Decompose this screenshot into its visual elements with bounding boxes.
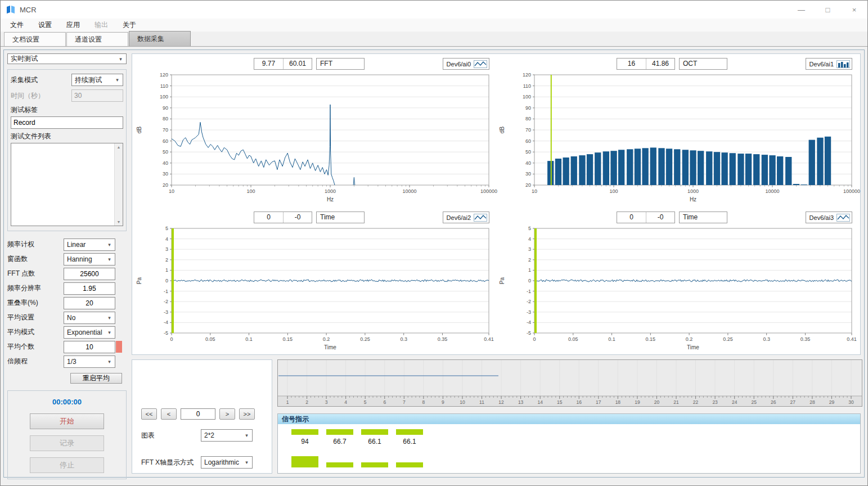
svg-text:16: 16: [577, 399, 582, 405]
cursor-x-value: 9.77: [254, 58, 283, 69]
maximize-button[interactable]: □: [815, 1, 841, 19]
menu-item-4[interactable]: 关于: [115, 19, 143, 31]
last-page-button[interactable]: >>: [239, 408, 255, 420]
sidebar: 实时测试 ▾ 采集模式 持续测试 ▾ 时间（秒） 测试标签 测试文件列表: [7, 53, 127, 474]
signal-meter-row-2: [291, 456, 860, 467]
chart-type-label: OCT: [679, 58, 727, 70]
tab-document-settings[interactable]: 文档设置: [4, 32, 66, 46]
time-chart-ai3-plot[interactable]: -5-4-3-2-101234500.050.10.150.20.250.30.…: [496, 225, 858, 353]
main-panel: 实时测试 ▾ 采集模式 持续测试 ▾ 时间（秒） 测试标签 测试文件列表: [3, 50, 865, 478]
menu-item-2[interactable]: 应用: [59, 19, 87, 31]
prev-page-button[interactable]: <: [161, 408, 177, 420]
frequency-resolution-input[interactable]: [64, 282, 115, 295]
average-setting-label: 平均设置: [7, 313, 64, 322]
average-mode-select[interactable]: Exponential▾: [64, 326, 115, 339]
svg-text:5: 5: [528, 226, 531, 231]
octave-fraction-select[interactable]: 1/3▾: [64, 356, 115, 368]
menu-item-0[interactable]: 文件: [3, 19, 31, 31]
svg-text:100: 100: [609, 188, 618, 194]
chart-layout-select[interactable]: 2*2 ▾: [201, 429, 253, 442]
svg-text:1000: 1000: [325, 188, 336, 194]
oct-chart-plot[interactable]: 2030405060708090100110120101001000100001…: [496, 71, 858, 205]
svg-text:15: 15: [557, 399, 563, 405]
record-timeline[interactable]: 1234567891011121314151617181920212223242…: [277, 359, 861, 408]
svg-text:0.05: 0.05: [205, 336, 215, 342]
time-chart-ai2-plot[interactable]: -5-4-3-2-101234500.050.10.150.20.250.30.…: [133, 225, 496, 353]
fft-chart-plot[interactable]: 2030405060708090100110120101001000100001…: [133, 71, 496, 205]
signal-meter-4: 66.1: [396, 429, 423, 446]
fft-points-input[interactable]: [64, 268, 115, 280]
test-label-input[interactable]: [11, 116, 123, 129]
svg-text:20: 20: [163, 182, 168, 188]
signal-meter-3: 66.1: [361, 429, 388, 446]
svg-text:20: 20: [525, 182, 531, 188]
record-button[interactable]: 记录: [30, 435, 104, 451]
menubar: 文件设置应用输出关于: [1, 19, 867, 32]
svg-text:20: 20: [654, 399, 660, 405]
svg-text:3: 3: [165, 246, 168, 252]
page-number-input[interactable]: [181, 408, 215, 420]
svg-text:11: 11: [479, 399, 484, 405]
next-page-button[interactable]: >: [219, 408, 235, 420]
test-mode-value: 实时测试: [11, 54, 115, 64]
window-function-select[interactable]: Hanning▾: [64, 253, 115, 266]
svg-text:24: 24: [732, 399, 737, 405]
svg-text:10: 10: [169, 188, 174, 194]
channel-selector[interactable]: Dev6/ai0: [443, 58, 489, 70]
svg-text:50: 50: [163, 149, 168, 155]
test-mode-select[interactable]: 实时测试 ▾: [7, 53, 127, 64]
channel-selector[interactable]: Dev6/ai2: [443, 212, 489, 223]
timeline-plot[interactable]: 1234567891011121314151617181920212223242…: [277, 359, 862, 407]
average-setting-select[interactable]: No▾: [64, 312, 115, 324]
average-count-input[interactable]: [64, 341, 115, 353]
svg-text:-2: -2: [527, 299, 531, 304]
cursor-y-value: 41.86: [646, 58, 674, 69]
test-file-list[interactable]: ▲ ▼: [11, 143, 123, 226]
channel-selector[interactable]: Dev6/ai3: [806, 212, 852, 223]
signal-level-value: 66.1: [396, 438, 423, 446]
first-page-button[interactable]: <<: [141, 408, 157, 420]
chevron-down-icon: ▾: [116, 56, 125, 62]
svg-text:3: 3: [325, 399, 328, 405]
svg-text:0.15: 0.15: [283, 336, 293, 342]
svg-text:29: 29: [829, 399, 835, 405]
fft-xaxis-label: FFT X轴显示方式: [141, 458, 201, 467]
chart-type-label: Time: [679, 212, 727, 223]
chevron-down-icon: ▾: [105, 330, 114, 335]
frequency-weighting-select[interactable]: Linear▾: [64, 238, 115, 251]
average-mode-select-value: Exponential: [67, 328, 104, 336]
stop-button[interactable]: 停止: [30, 457, 104, 473]
svg-text:0.25: 0.25: [360, 336, 370, 342]
minimize-button[interactable]: —: [788, 1, 815, 19]
acq-mode-select[interactable]: 持续测试 ▾: [71, 74, 123, 86]
analysis-params-group: 频率计权Linear▾窗函数Hanning▾FFT 点数频率分辨率重叠率(%)平…: [7, 238, 127, 370]
octave-fraction-label: 倍频程: [7, 357, 64, 366]
start-button[interactable]: 开始: [30, 413, 104, 429]
overlap-percent-input[interactable]: [64, 297, 115, 309]
fft-points-label: FFT 点数: [7, 269, 64, 278]
menu-item-1[interactable]: 设置: [31, 19, 59, 31]
frequency-weighting-label: 频率计权: [7, 240, 64, 249]
svg-text:14: 14: [537, 399, 543, 405]
scroll-down-icon[interactable]: ▼: [115, 218, 123, 226]
channel-selector[interactable]: Dev6/ai1: [806, 58, 852, 70]
close-button[interactable]: ×: [841, 1, 867, 19]
tab-channel-settings[interactable]: 通道设置: [66, 32, 128, 46]
svg-text:100: 100: [160, 94, 168, 100]
tab-data-acquisition[interactable]: 数据采集: [129, 31, 191, 46]
svg-text:60: 60: [163, 138, 168, 144]
scroll-up-icon[interactable]: ▲: [115, 143, 123, 151]
svg-text:80: 80: [163, 116, 168, 122]
tabbar: 文档设置通道设置数据采集: [1, 32, 867, 47]
svg-text:0.41: 0.41: [484, 336, 494, 342]
fft-xaxis-select[interactable]: Logarithmic ▾: [201, 456, 253, 469]
svg-text:5: 5: [364, 399, 367, 405]
scrollbar[interactable]: ▲ ▼: [114, 143, 123, 226]
svg-text:22: 22: [693, 399, 699, 405]
svg-text:120: 120: [523, 72, 531, 78]
svg-text:3: 3: [528, 246, 531, 252]
bar-chart-icon: [836, 60, 850, 68]
restart-average-button[interactable]: 重启平均: [70, 373, 122, 384]
svg-text:dB: dB: [499, 127, 505, 134]
frequency-resolution-label: 频率分辨率: [7, 284, 64, 293]
